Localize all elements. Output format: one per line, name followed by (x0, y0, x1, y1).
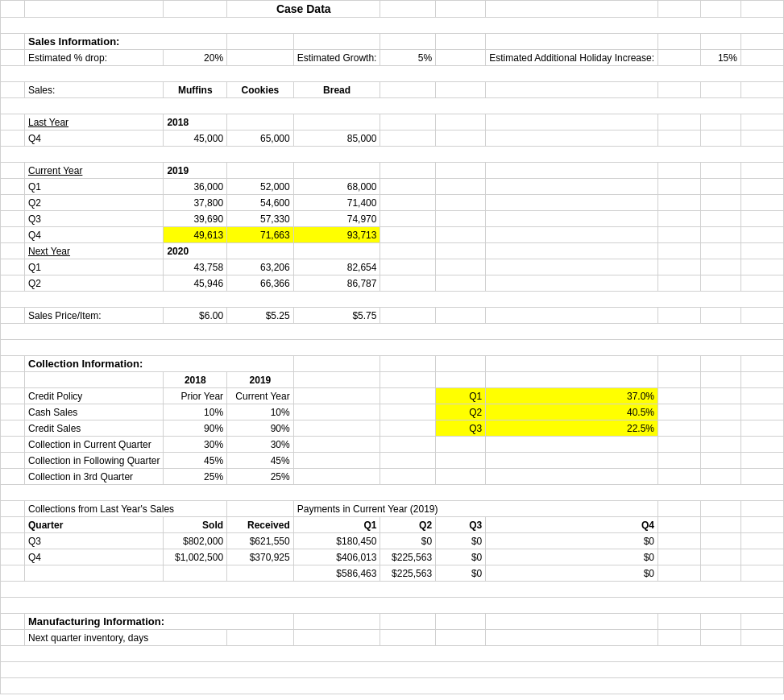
spacer-row5 (1, 292, 784, 308)
spacer-row (1, 18, 784, 34)
empty (380, 114, 436, 130)
cy-q4-bread: 93,713 (293, 227, 380, 243)
last-year-q4-label: Q4 (25, 130, 164, 147)
empty (700, 163, 740, 179)
empty (700, 243, 740, 259)
empty (293, 163, 380, 179)
empty (486, 179, 658, 195)
empty (658, 437, 701, 453)
empty (436, 114, 486, 130)
collection-info-header: Collection Information: (25, 356, 294, 372)
empty (486, 372, 658, 388)
empty (293, 388, 380, 404)
row-q3-received: $621,550 (227, 533, 294, 549)
empty (293, 243, 380, 259)
empty (658, 179, 701, 195)
cy-q3-bread: 74,970 (293, 211, 380, 227)
next-year-label: Next Year (25, 243, 164, 259)
empty (436, 34, 486, 50)
empty (700, 82, 740, 98)
sales-price-label: Sales Price/Item: (25, 308, 164, 324)
col-q3: Q3 (436, 517, 486, 533)
empty (700, 259, 740, 275)
empty (700, 114, 740, 130)
cy-q1-label: Q1 (25, 179, 164, 195)
empty (658, 356, 701, 372)
empty (486, 227, 658, 243)
empty (380, 420, 436, 437)
empty (740, 1, 783, 18)
cy-q2-cookies: 54,600 (227, 195, 294, 211)
holiday-increase-value: 15% (700, 50, 740, 66)
empty (436, 163, 486, 179)
ny-q1-label: Q1 (25, 259, 164, 275)
sales-label: Sales: (25, 82, 164, 98)
empty (380, 275, 436, 292)
row-q3-q2: $0 (380, 533, 436, 549)
empty (740, 630, 783, 646)
empty (740, 50, 783, 66)
empty (164, 565, 227, 582)
empty (700, 630, 740, 646)
last-year-q4-bread: 85,000 (293, 130, 380, 147)
empty (700, 211, 740, 227)
col-2018: 2018 (164, 372, 227, 388)
empty (227, 565, 294, 582)
empty (700, 501, 740, 517)
empty (700, 420, 740, 437)
current-year-year: 2019 (164, 163, 227, 179)
empty (658, 372, 701, 388)
spacer-row3 (1, 98, 784, 114)
row-q3-q4: $0 (486, 533, 658, 549)
spacer-row7 (1, 340, 784, 356)
empty (658, 82, 701, 98)
collection-info-header-row: Collection Information: (1, 356, 784, 372)
empty (700, 227, 740, 243)
collections-last-year-header-row: Collections from Last Year's Sales Payme… (1, 501, 784, 517)
empty (486, 1, 658, 18)
row-q3-q1: $180,450 (293, 533, 380, 549)
col-quarter: Quarter (25, 517, 164, 533)
empty (740, 420, 783, 437)
cy-q4-row: Q4 49,613 71,663 93,713 (1, 227, 784, 243)
empty (380, 469, 436, 485)
empty (486, 114, 658, 130)
sales-info-header: Sales Information: (25, 34, 227, 50)
empty (740, 453, 783, 469)
empty (486, 243, 658, 259)
cy-q3-row: Q3 39,690 57,330 74,970 (1, 211, 784, 227)
totals-row: $586,463 $225,563 $0 $0 (1, 565, 784, 582)
empty (486, 34, 658, 50)
empty (740, 130, 783, 147)
empty (1, 1, 25, 18)
estimated-drop-label: Estimated % drop: (25, 50, 164, 66)
cy-q3-cookies: 57,330 (227, 211, 294, 227)
empty (1, 565, 25, 582)
ny-q2-cookies: 66,366 (227, 275, 294, 292)
collection-current-prior: 30% (164, 437, 227, 453)
empty (436, 227, 486, 243)
empty (380, 356, 436, 372)
empty (486, 308, 658, 324)
empty (380, 211, 436, 227)
spacer-row12 (1, 662, 784, 678)
empty (293, 356, 380, 372)
empty (1, 308, 25, 324)
empty (1, 163, 25, 179)
empty (700, 275, 740, 292)
sales-col-header-row: Sales: Muffins Cookies Bread (1, 82, 784, 98)
empty (486, 275, 658, 292)
empty (700, 388, 740, 404)
empty (436, 195, 486, 211)
ny-q2-muffins: 45,946 (164, 275, 227, 292)
empty (227, 114, 294, 130)
empty (380, 630, 436, 646)
ny-q2-bread: 86,787 (293, 275, 380, 292)
empty (436, 82, 486, 98)
empty (436, 259, 486, 275)
total-q4: $0 (486, 565, 658, 582)
empty (380, 372, 436, 388)
empty (486, 82, 658, 98)
cookies-header: Cookies (227, 82, 294, 98)
empty (658, 308, 701, 324)
